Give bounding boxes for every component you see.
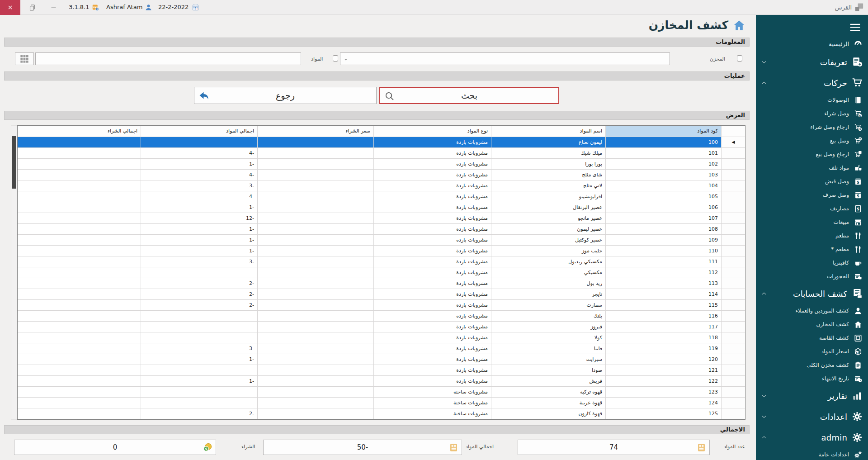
cell-price[interactable]: [258, 354, 374, 365]
cell-total[interactable]: [18, 343, 141, 354]
table-row[interactable]: 121صودامشروبات باردة: [18, 365, 745, 376]
cell-type[interactable]: مشروبات ساخنة: [374, 387, 491, 397]
table-row[interactable]: 117فيروزمشروبات باردة: [18, 322, 745, 332]
scrollbar-thumb[interactable]: [12, 136, 16, 189]
cell-total[interactable]: [18, 365, 141, 375]
cell-qty[interactable]: [141, 267, 258, 278]
restore-window-icon[interactable]: [28, 4, 36, 11]
back-button[interactable]: رجوع: [194, 87, 377, 104]
sidebar-item[interactable]: كشف الموردين والعملاء: [756, 304, 868, 318]
cell-type[interactable]: مشروبات باردة: [374, 354, 491, 365]
cell-code[interactable]: 121: [606, 365, 722, 375]
cell-price[interactable]: [258, 191, 374, 202]
cell-name[interactable]: صودا: [491, 365, 606, 375]
cell-total[interactable]: [18, 311, 141, 321]
table-row[interactable]: 123قهوة تركيةمشروبات ساخنة: [18, 387, 745, 398]
cell-code[interactable]: 122: [606, 376, 722, 386]
cell-qty[interactable]: -1: [141, 159, 258, 169]
cell-qty[interactable]: [141, 365, 258, 375]
cell-qty[interactable]: -3: [141, 180, 258, 191]
cell-code[interactable]: 113: [606, 278, 722, 289]
cell-type[interactable]: مشروبات باردة: [374, 322, 491, 332]
cell-total[interactable]: [18, 354, 141, 365]
cell-name[interactable]: فريش: [491, 376, 606, 386]
cell-name[interactable]: تايجر: [491, 289, 606, 299]
cell-total[interactable]: [18, 398, 141, 408]
cell-qty[interactable]: -2: [141, 278, 258, 289]
table-row[interactable]: ◀100ليمون نعناعمشروبات باردة: [18, 137, 745, 148]
cell-price[interactable]: [258, 311, 374, 321]
cell-total[interactable]: [18, 246, 141, 256]
cell-code[interactable]: 110: [606, 246, 722, 256]
sidebar-item[interactable]: $ارجاع وصل شراء: [756, 120, 868, 134]
cell-qty[interactable]: [141, 322, 258, 332]
cell-price[interactable]: [258, 365, 374, 375]
cell-total[interactable]: [18, 387, 141, 397]
cell-type[interactable]: مشروبات باردة: [374, 256, 491, 267]
table-row[interactable]: 103شاى مثلجمشروبات باردة-4: [18, 170, 745, 180]
cell-type[interactable]: مشروبات باردة: [374, 170, 491, 180]
column-header-code[interactable]: كود المواد: [606, 126, 722, 137]
cell-code[interactable]: 112: [606, 267, 722, 278]
cell-total[interactable]: [18, 256, 141, 267]
cell-name[interactable]: عصير كوكتيل: [491, 235, 606, 245]
cell-name[interactable]: لاتي مثلج: [491, 180, 606, 191]
sidebar-item[interactable]: كشف القاصة: [756, 331, 868, 345]
table-row[interactable]: 109عصير كوكتيلمشروبات باردة-1: [18, 235, 745, 246]
cell-name[interactable]: كولا: [491, 332, 606, 343]
table-row[interactable]: 105افرابوتشينومشروبات باردة-4: [18, 191, 745, 202]
sidebar-item[interactable]: admin: [756, 427, 868, 448]
sidebar-item[interactable]: $مصاريف: [756, 202, 868, 215]
sidebar-item[interactable]: ارجاع وصل بيع: [756, 147, 868, 161]
sidebar-item[interactable]: الوصولات: [756, 93, 868, 107]
cell-code[interactable]: 106: [606, 202, 722, 213]
cell-code[interactable]: 116: [606, 311, 722, 321]
table-row[interactable]: 113ريد بولمشروبات باردة-2: [18, 278, 745, 289]
cell-type[interactable]: مشروبات باردة: [374, 213, 491, 223]
cell-type[interactable]: مشروبات باردة: [374, 246, 491, 256]
table-row[interactable]: 120سبرايتمشروبات باردة-1: [18, 354, 745, 365]
cell-code[interactable]: 102: [606, 159, 722, 169]
cell-type[interactable]: مشروبات باردة: [374, 180, 491, 191]
cell-type[interactable]: مشروبات باردة: [374, 267, 491, 278]
cell-price[interactable]: [258, 267, 374, 278]
search-button[interactable]: بحث: [379, 87, 559, 104]
cell-name[interactable]: بورا بورا: [491, 159, 606, 169]
column-header-price[interactable]: سعر الشراء: [258, 126, 374, 137]
cell-qty[interactable]: -1: [141, 354, 258, 365]
cell-name[interactable]: فانتا: [491, 343, 606, 354]
cell-code[interactable]: 100: [606, 137, 722, 147]
sidebar-item[interactable]: تاريخ الانتهاء: [756, 372, 868, 385]
cell-code[interactable]: 105: [606, 191, 722, 202]
cell-qty[interactable]: -1: [141, 235, 258, 245]
sidebar-item[interactable]: مبيعات: [756, 215, 868, 229]
table-row[interactable]: 108عصير ليمونمشروبات باردة-1: [18, 224, 745, 235]
table-row[interactable]: 118كولامشروبات باردة: [18, 332, 745, 343]
table-row[interactable]: 122فريشمشروبات باردة-1: [18, 376, 745, 387]
cell-qty[interactable]: [141, 398, 258, 408]
column-header-type[interactable]: نوع المواد: [374, 126, 491, 137]
cell-price[interactable]: [258, 300, 374, 310]
cell-qty[interactable]: [141, 387, 258, 397]
cell-type[interactable]: مشروبات باردة: [374, 137, 491, 147]
cell-price[interactable]: [258, 398, 374, 408]
cell-type[interactable]: مشروبات باردة: [374, 159, 491, 169]
cell-name[interactable]: عصير البرتقال: [491, 202, 606, 213]
cell-price[interactable]: [258, 289, 374, 299]
cell-price[interactable]: [258, 235, 374, 245]
cell-total[interactable]: [18, 322, 141, 332]
sidebar-item[interactable]: اعدادات: [756, 406, 868, 427]
cell-type[interactable]: مشروبات باردة: [374, 311, 491, 321]
sidebar-item[interactable]: مطعم *: [756, 242, 868, 256]
cell-price[interactable]: [258, 137, 374, 147]
cell-code[interactable]: 119: [606, 343, 722, 354]
cell-name[interactable]: ريد بول: [491, 278, 606, 289]
cell-name[interactable]: مكسيكي ريدبول: [491, 256, 606, 267]
cell-total[interactable]: [18, 376, 141, 386]
materials-input[interactable]: [35, 52, 301, 65]
warehouse-checkbox[interactable]: [737, 55, 742, 62]
cell-code[interactable]: 108: [606, 224, 722, 234]
cell-price[interactable]: [258, 224, 374, 234]
minimize-icon[interactable]: [50, 4, 57, 11]
cell-price[interactable]: [258, 180, 374, 191]
